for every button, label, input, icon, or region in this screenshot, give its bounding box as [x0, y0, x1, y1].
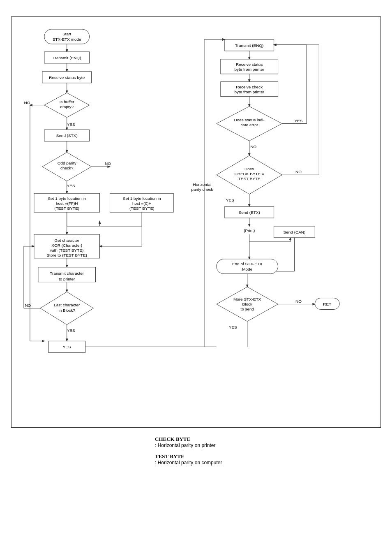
test-byte-desc: : Horizontal parity on computer — [155, 460, 319, 466]
send-can-label: Send (CAN) — [284, 230, 306, 234]
more-stx-label1: More STX-ETX — [233, 297, 261, 301]
transmit-enq-right-label: Transmit (ENQ) — [235, 43, 263, 48]
receive-status-right-label1: Receive status — [236, 62, 263, 67]
status-error-label2: cate error — [240, 123, 258, 127]
legend: CHECK BYTE : Horizontal parity on printe… — [73, 436, 319, 466]
ret-label: RET — [323, 302, 331, 306]
check-byte-label2: CHECK BYTE = — [235, 171, 264, 176]
yes-end-label: YES — [63, 345, 71, 349]
yes-label-error: YES — [294, 118, 302, 123]
page: text { font-family: Arial, sans-serif; f… — [0, 0, 392, 556]
is-buffer-empty-label2: empty? — [60, 104, 74, 109]
check-byte-label1: Does — [244, 167, 254, 171]
horiz-parity-label2: parity check — [191, 187, 213, 192]
set-0-label3: (TEST BYTE) — [129, 206, 154, 211]
odd-parity-label2: check? — [60, 166, 74, 170]
yes-label-parity: YES — [67, 183, 75, 188]
check-byte-title: CHECK BYTE — [155, 436, 319, 442]
check-byte-label3: TEST BYTE — [238, 176, 261, 181]
test-byte-title: TEST BYTE — [155, 453, 319, 460]
is-buffer-empty-label: Is buffer — [60, 100, 75, 104]
receive-check-label2: byte from printer — [234, 90, 264, 94]
transmit-char-label1: Transmit character — [50, 271, 84, 276]
last-char-label2: in Block? — [58, 308, 75, 313]
transmit-char-label2: to printer — [59, 277, 75, 281]
send-stx-label: Send (STX) — [56, 133, 78, 138]
get-char-label3: with (TEST BYTE) — [50, 248, 83, 253]
end-stx-etx-label1: End of STX-ETX — [232, 262, 263, 266]
more-stx-label2: Block — [242, 302, 252, 306]
receive-status-label: Receive status byte — [49, 75, 85, 80]
set-0-label2: host =(0)H — [132, 201, 152, 206]
no-label-lastchar: NO — [25, 303, 31, 308]
start-label2: STX-ETX mode — [53, 37, 81, 42]
no-label-more: NO — [295, 299, 302, 303]
last-char-label1: Last character — [54, 303, 80, 307]
flowchart-container: text { font-family: Arial, sans-serif; f… — [11, 16, 381, 428]
start-label: Start — [62, 32, 71, 36]
receive-status-right-label2: byte from printer — [234, 67, 264, 72]
status-error-label1: Does status indi- — [234, 118, 265, 122]
get-char-label2: XOR (Character) — [51, 243, 82, 248]
odd-parity-label: Odd parity — [58, 161, 76, 165]
no-label-parity: NO — [105, 161, 111, 166]
no-label-error: NO — [250, 144, 256, 149]
end-stx-etx-label2: Mode — [242, 267, 252, 271]
horiz-parity-label1: Horizontal — [193, 182, 212, 187]
print-label: (Print) — [244, 228, 255, 233]
send-etx-label: Send (ETX) — [239, 210, 260, 215]
get-char-label1: Get character — [54, 238, 79, 243]
yes-label-more: YES — [229, 325, 237, 329]
set-0-label1: Set 1 byte location in — [123, 196, 161, 201]
more-stx-label3: to send — [240, 307, 254, 311]
legend-item-testbyte: TEST BYTE : Horizontal parity on compute… — [155, 453, 319, 466]
no-label-checkbyte: NO — [295, 169, 302, 174]
receive-check-label1: Receive check — [236, 85, 263, 89]
set-ff-label1: Set 1 byte location in — [48, 196, 86, 201]
yes-label-buffer: YES — [67, 122, 75, 127]
no-label-buffer: NO — [24, 100, 30, 105]
legend-item-checkbyte: CHECK BYTE : Horizontal parity on printe… — [155, 436, 319, 448]
set-ff-label2: host =(FF)H — [56, 201, 78, 206]
set-ff-label3: (TEST BYTE) — [54, 206, 79, 211]
yes-label-checkbyte: YES — [226, 198, 234, 202]
check-byte-desc: : Horizontal parity on printer — [155, 442, 319, 448]
get-char-label4: Store to (TEST BYTE) — [46, 253, 87, 257]
yes-label-lastchar: YES — [67, 328, 75, 333]
flowchart-svg: text { font-family: Arial, sans-serif; f… — [12, 17, 380, 427]
transmit-enq-left-label: Transmit (ENQ) — [53, 56, 81, 60]
